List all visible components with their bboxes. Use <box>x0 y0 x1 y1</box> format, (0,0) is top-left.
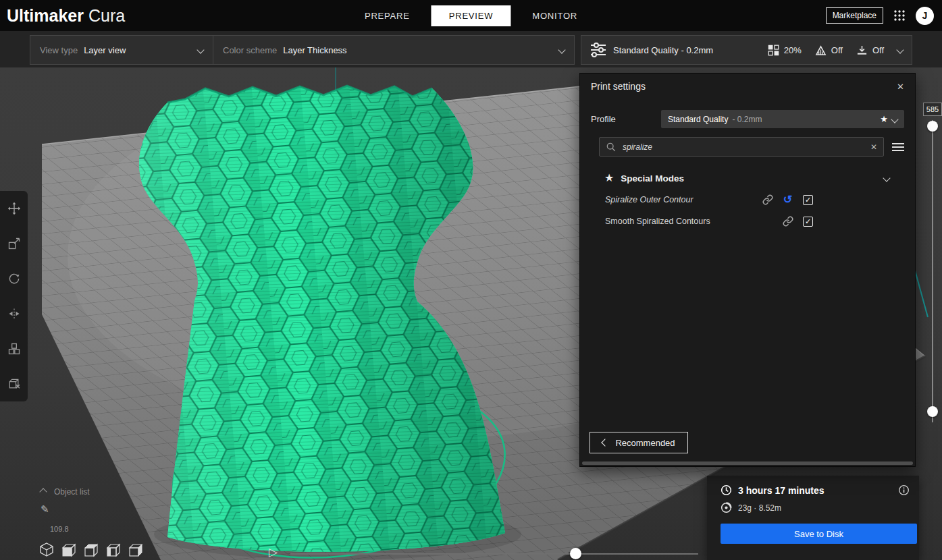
brand-regular: Cura <box>88 6 125 25</box>
smooth-spiralized-checkbox[interactable]: ✓ <box>803 217 813 227</box>
mirror-icon <box>7 307 21 320</box>
chevron-down-icon <box>558 46 565 53</box>
star-icon: ★ <box>604 173 614 184</box>
stage-tabs: PREPARE PREVIEW MONITOR <box>347 5 595 26</box>
color-scheme-label: Color scheme <box>223 45 277 55</box>
camera-view-buttons <box>38 542 144 557</box>
chevron-down-icon <box>891 115 898 123</box>
stage-menu-bar: View type Layer view Color scheme Layer … <box>0 31 942 67</box>
tab-prepare[interactable]: PREPARE <box>347 5 427 26</box>
profile-name: Standard Quality <box>668 115 728 124</box>
tab-preview[interactable]: PREVIEW <box>431 5 511 26</box>
profile-detail: - 0.2mm <box>732 115 762 124</box>
infill-value: 20% <box>784 45 802 55</box>
panel-scrollbar[interactable] <box>582 461 913 465</box>
chevron-down-icon <box>883 174 890 181</box>
account-avatar[interactable]: J <box>916 7 934 25</box>
chevron-down-icon <box>896 46 904 53</box>
rotate-icon <box>7 272 21 285</box>
view-type-dropdown[interactable]: View type Layer view <box>30 36 213 64</box>
support-value: Off <box>831 45 843 55</box>
move-tool-button[interactable] <box>0 191 28 226</box>
recommended-label: Recommended <box>615 438 675 448</box>
revert-icon[interactable]: ↺ <box>783 194 792 205</box>
support-blocker-button[interactable] <box>0 366 28 401</box>
section-title: Special Modes <box>621 173 684 184</box>
profile-dropdown[interactable]: Standard Quality - 0.2mm ★ <box>661 110 904 128</box>
brand-logo: UltimakerCura <box>7 6 125 26</box>
link-icon <box>783 216 793 227</box>
profile-label: Profile <box>591 114 661 124</box>
infill-icon <box>768 45 779 56</box>
settings-search-box[interactable]: ✕ <box>599 137 884 157</box>
timeline-handle[interactable] <box>570 548 581 559</box>
scene-tool-column <box>0 191 28 401</box>
tab-monitor[interactable]: MONITOR <box>515 5 595 26</box>
print-job-summary: 3 hours 17 minutes 23g · 8.52m Save to D… <box>707 476 919 560</box>
setting-label: Spiralize Outer Contour <box>605 195 694 204</box>
scale-tool-button[interactable] <box>0 226 28 261</box>
print-settings-summary-button[interactable]: Standard Quality - 0.2mm 20% Off <box>581 35 912 65</box>
move-icon <box>7 202 21 215</box>
mirror-tool-button[interactable] <box>0 296 28 331</box>
material-usage-icon <box>721 502 732 513</box>
brand-bold: Ultimaker <box>7 6 84 25</box>
info-icon[interactable] <box>898 484 910 496</box>
chevron-up-icon <box>39 488 47 495</box>
spiralize-checkbox[interactable]: ✓ <box>803 195 813 205</box>
search-input[interactable] <box>621 142 865 152</box>
print-settings-icon <box>590 43 606 57</box>
apps-grid-icon[interactable] <box>893 9 906 22</box>
print-time: 3 hours 17 minutes <box>738 485 825 496</box>
scale-icon <box>7 237 21 250</box>
adhesion-icon <box>856 45 868 56</box>
simulation-timeline: ▷ <box>266 543 712 560</box>
adhesion-value: Off <box>872 45 884 55</box>
layer-slider: 585 <box>922 101 942 428</box>
settings-menu-icon[interactable] <box>892 141 904 153</box>
link-icon <box>762 194 773 205</box>
play-button[interactable]: ▷ <box>269 545 278 559</box>
per-model-settings-button[interactable] <box>0 331 28 366</box>
edit-pencil-icon[interactable]: ✎ <box>41 503 49 515</box>
print-settings-panel: Print settings ✕ Profile Standard Qualit… <box>579 73 916 467</box>
view-type-value: Layer view <box>84 45 126 55</box>
object-list-toggle[interactable]: Object list <box>41 487 90 497</box>
profile-summary: Standard Quality - 0.2mm <box>613 45 713 55</box>
per-model-settings-icon <box>7 342 21 356</box>
timeline-track[interactable] <box>290 553 698 555</box>
dimension-label: 109.8 <box>50 525 69 533</box>
layer-number-badge: 585 <box>923 103 942 116</box>
object-list-label: Object list <box>54 487 90 497</box>
close-icon[interactable]: ✕ <box>897 82 904 92</box>
rotate-tool-button[interactable] <box>0 261 28 296</box>
view-top-icon[interactable] <box>83 542 99 557</box>
marketplace-button[interactable]: Marketplace <box>826 7 883 24</box>
view-right-icon[interactable] <box>128 542 144 557</box>
clear-search-icon[interactable]: ✕ <box>870 142 877 152</box>
layer-slider-bottom-handle[interactable] <box>927 406 938 417</box>
clock-icon <box>721 484 732 496</box>
support-icon <box>815 45 827 56</box>
star-icon: ★ <box>880 114 888 124</box>
setting-row-spiralize[interactable]: Spiralize Outer Contour ↺ ✓ <box>580 192 915 208</box>
setting-row-smooth-spiralized[interactable]: Smooth Spiralized Contours ✓ <box>580 213 915 229</box>
view-front-icon[interactable] <box>61 542 77 557</box>
section-special-modes[interactable]: ★ Special Modes <box>604 170 904 186</box>
recommended-button[interactable]: Recommended <box>590 432 688 453</box>
layer-slider-top-handle[interactable] <box>927 121 938 132</box>
panel-title: Print settings <box>591 81 646 92</box>
save-to-disk-button[interactable]: Save to Disk <box>721 524 917 544</box>
application-header: UltimakerCura PREPARE PREVIEW MONITOR Ma… <box>0 0 942 31</box>
color-scheme-value: Layer Thickness <box>283 45 346 55</box>
view-left-icon[interactable] <box>105 542 122 557</box>
color-scheme-dropdown[interactable]: Color scheme Layer Thickness <box>213 36 574 64</box>
search-icon <box>606 142 616 152</box>
chevron-down-icon <box>197 46 204 53</box>
layer-slider-track[interactable] <box>932 120 933 422</box>
view-3d-icon[interactable] <box>38 542 55 557</box>
view-type-label: View type <box>40 45 78 55</box>
support-blocker-icon <box>7 377 21 391</box>
setting-label: Smooth Spiralized Contours <box>605 217 710 226</box>
chevron-left-icon <box>602 439 609 446</box>
